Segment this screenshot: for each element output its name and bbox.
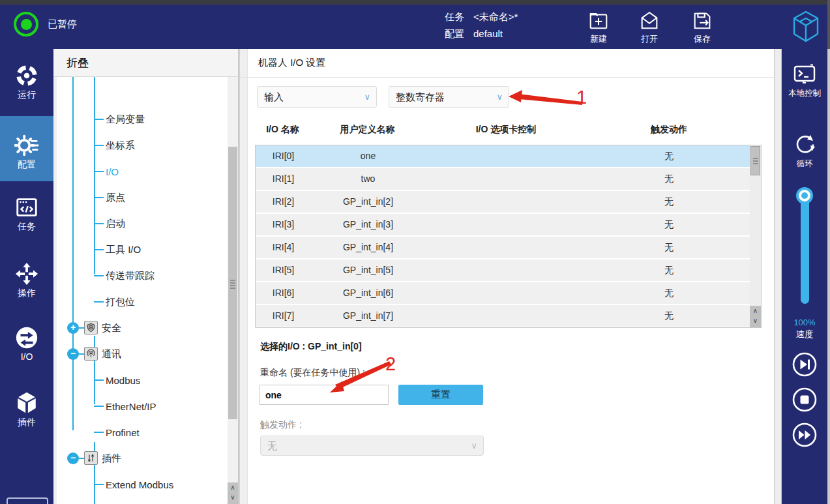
new-button[interactable]: 新建 bbox=[580, 10, 617, 45]
table-scrollbar-thumb[interactable] bbox=[750, 146, 760, 175]
tree-item-startup[interactable]: 启动 bbox=[53, 215, 228, 232]
table-scrollbar[interactable]: ∧∨ bbox=[750, 145, 761, 327]
tree-item-coord-sys[interactable]: 坐标系 bbox=[53, 137, 228, 154]
run-icon bbox=[0, 63, 53, 88]
tree-scrollbar[interactable]: ∧∨ bbox=[228, 77, 238, 504]
io-table: IRI[0] one 无IRI[1] two 无IRI[2] GP_int_in… bbox=[255, 145, 762, 328]
trigger-action-dropdown[interactable]: 无 ∨ bbox=[260, 436, 484, 456]
task-icon bbox=[0, 195, 53, 220]
sidebar-item-io[interactable]: I/O bbox=[0, 323, 53, 362]
column-header: I/O 选项卡控制 bbox=[424, 121, 587, 138]
antenna-icon bbox=[84, 347, 98, 361]
column-header: 用户定义名称 bbox=[310, 121, 424, 138]
tree-item-security[interactable]: + 安全 bbox=[53, 319, 228, 336]
io-table-row[interactable]: IRI[4] GP_int_in[4] 无 bbox=[256, 237, 750, 258]
rename-label: 重命名 (要在任务中使用) : bbox=[260, 367, 365, 379]
selected-io-text: 选择的I/O : GP_int_in[0] bbox=[260, 341, 362, 353]
rename-input[interactable] bbox=[259, 385, 389, 405]
open-button[interactable]: 打开 bbox=[630, 10, 668, 45]
right-sidebar: 本地控制 循环 100% 速度 bbox=[782, 49, 827, 504]
save-button[interactable]: 保存 bbox=[683, 10, 721, 45]
io-table-row[interactable]: IRI[6] GP_int_in[6] 无 bbox=[256, 282, 750, 304]
io-table-row[interactable]: IRI[5] GP_int_in[5] 无 bbox=[256, 259, 750, 281]
tree-item-io[interactable]: I/O bbox=[53, 163, 228, 180]
io-table-row[interactable]: IRI[2] GP_int_in[2] 无 bbox=[256, 191, 750, 213]
stop-button[interactable] bbox=[792, 387, 818, 413]
speed-slider-track[interactable] bbox=[801, 196, 809, 304]
tree-expander-minus-icon[interactable]: − bbox=[67, 348, 79, 360]
step-play-button[interactable] bbox=[792, 351, 818, 378]
register-type-dropdown[interactable]: 整数寄存器 ∨ bbox=[389, 86, 509, 108]
sidebar-item-config[interactable]: 配置 bbox=[0, 116, 53, 181]
jog-icon bbox=[0, 261, 53, 286]
main-gutter bbox=[240, 49, 248, 504]
tree-item-comm[interactable]: − 通讯 bbox=[53, 346, 228, 363]
sidebar-item-plugin[interactable]: 插件 bbox=[0, 388, 53, 428]
tree-item-conveyor[interactable]: 传送带跟踪 bbox=[53, 267, 228, 284]
tree-item-extend-modbus[interactable]: Extend Modbus bbox=[53, 476, 228, 493]
divider bbox=[240, 77, 774, 78]
app-window: 已暂停 任务 <未命名>* 配置 default 新建 打开 保存 bbox=[0, 0, 830, 504]
right-gutter bbox=[774, 49, 782, 504]
chevron-down-icon: ∨ bbox=[471, 436, 477, 455]
tree-item-ethernet-ip[interactable]: EtherNet/IP bbox=[53, 398, 228, 415]
io-icon bbox=[0, 325, 53, 350]
local-control-button[interactable]: 本地控制 bbox=[782, 62, 827, 99]
new-file-icon bbox=[580, 10, 617, 32]
main-panel: 机器人 I/O 设置 输入 ∨ 整数寄存器 ∨ I/O 名称用户定义名称I/O … bbox=[239, 49, 774, 504]
sidebar-item-jog[interactable]: 操作 bbox=[0, 259, 53, 299]
io-table-row[interactable]: IRI[1] two 无 bbox=[256, 168, 750, 190]
tree-item-tool-io[interactable]: 工具 I/O bbox=[53, 241, 228, 258]
speed-slider-handle[interactable] bbox=[796, 187, 813, 204]
speed-percent: 100% bbox=[782, 318, 827, 327]
tree-item-home[interactable]: 原点 bbox=[53, 189, 228, 206]
topbar: 已暂停 任务 <未命名>* 配置 default 新建 打开 保存 bbox=[0, 5, 830, 49]
io-table-header: I/O 名称用户定义名称I/O 选项卡控制触发动作 bbox=[255, 121, 750, 138]
terminal-icon bbox=[782, 62, 827, 85]
column-header: I/O 名称 bbox=[255, 121, 310, 138]
trigger-action-label: 触发动作 : bbox=[260, 419, 302, 431]
io-table-body: IRI[0] one 无IRI[1] two 无IRI[2] GP_int_in… bbox=[256, 145, 761, 327]
tree-scrollbar-thumb[interactable] bbox=[228, 147, 237, 419]
chevron-down-icon: ∨ bbox=[496, 87, 503, 107]
collapse-tree-button[interactable]: 折叠 bbox=[53, 49, 238, 77]
brand-logo-icon bbox=[790, 8, 822, 45]
tree-item-plugins[interactable]: − 插件 bbox=[53, 450, 228, 467]
sidebar-item-task[interactable]: 任务 bbox=[0, 192, 53, 233]
io-type-dropdown[interactable]: 输入 ∨ bbox=[257, 86, 377, 108]
tree-expander-minus-icon[interactable]: − bbox=[67, 452, 79, 464]
open-icon bbox=[630, 10, 668, 32]
config-tree-panel: 折叠 全局变量坐标系I/O原点启动工具 I/O传送带跟踪打包位+ 安全− 通讯M… bbox=[53, 49, 239, 504]
tree-body: 全局变量坐标系I/O原点启动工具 I/O传送带跟踪打包位+ 安全− 通讯Modb… bbox=[53, 77, 228, 504]
speed-label: 速度 bbox=[782, 329, 827, 340]
fast-forward-button[interactable] bbox=[792, 422, 818, 448]
plugin-icon bbox=[0, 391, 53, 415]
column-header: 触发动作 bbox=[587, 121, 750, 138]
tree-scrollbar-arrows[interactable]: ∧∨ bbox=[228, 482, 238, 504]
left-sidebar: 运行 配置 任务 操作 I/O 插件 bbox=[0, 49, 53, 504]
sidebar-item-run[interactable]: 运行 bbox=[0, 61, 53, 101]
window-top-strip bbox=[0, 0, 830, 5]
tree-expander-plus-icon[interactable]: + bbox=[67, 322, 79, 334]
sidebar-bottom-button[interactable] bbox=[7, 497, 48, 504]
tree-item-profinet[interactable]: Profinet bbox=[53, 424, 228, 441]
window-edge bbox=[827, 49, 830, 504]
chevron-down-icon: ∨ bbox=[364, 87, 370, 107]
tree-item-pallet[interactable]: 打包位 bbox=[53, 293, 228, 310]
tree-item-modbus[interactable]: Modbus bbox=[53, 372, 228, 389]
loop-button[interactable]: 循环 bbox=[782, 132, 827, 170]
table-scrollbar-arrows[interactable]: ∧∨ bbox=[750, 306, 761, 327]
io-table-row[interactable]: IRI[3] GP_int_in[3] 无 bbox=[256, 214, 750, 235]
shield-icon bbox=[84, 321, 98, 334]
reset-button[interactable]: 重置 bbox=[398, 385, 483, 405]
io-table-row[interactable]: IRI[0] one 无 bbox=[256, 145, 750, 167]
page-title: 机器人 I/O 设置 bbox=[258, 57, 325, 69]
settings-icon bbox=[0, 133, 53, 158]
save-icon bbox=[683, 10, 721, 32]
tree-item-global-vars[interactable]: 全局变量 bbox=[53, 111, 228, 128]
sliders-icon bbox=[84, 451, 98, 465]
topbar-actions: 新建 打开 保存 bbox=[0, 5, 830, 49]
io-table-row[interactable]: IRI[7] GP_int_in[7] 无 bbox=[256, 305, 750, 327]
loop-icon bbox=[782, 132, 827, 156]
window-edge bbox=[827, 0, 830, 49]
